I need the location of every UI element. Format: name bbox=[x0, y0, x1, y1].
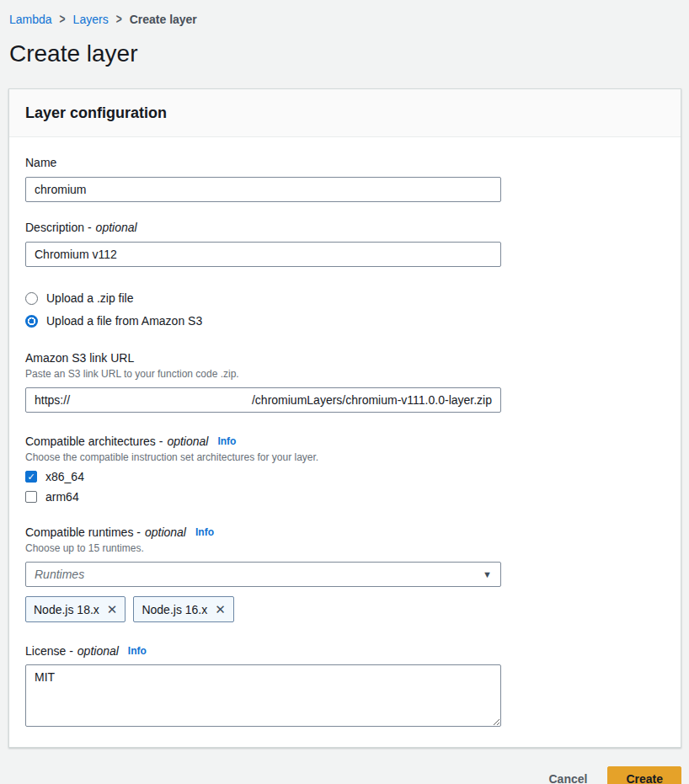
runtimes-label-text: Compatible runtimes - bbox=[25, 525, 141, 539]
form-actions: Cancel Create bbox=[8, 766, 681, 784]
s3-url-input[interactable]: https:// /chromiumLayers/chromium-v111.0… bbox=[25, 387, 501, 413]
s3-url-field-group: Amazon S3 link URL Paste an S3 link URL … bbox=[25, 351, 665, 413]
s3-url-label-text: Amazon S3 link URL bbox=[25, 351, 134, 365]
runtimes-field-group: Compatible runtimes -optional Info Choos… bbox=[25, 525, 665, 622]
breadcrumb-separator-icon: > bbox=[116, 12, 122, 28]
breadcrumb-separator-icon: > bbox=[60, 12, 66, 28]
description-label-text: Description - bbox=[25, 221, 92, 234]
create-button[interactable]: Create bbox=[607, 766, 681, 784]
chevron-down-icon: ▼ bbox=[483, 569, 492, 579]
name-input[interactable] bbox=[25, 177, 501, 202]
panel-header: Layer configuration bbox=[9, 89, 681, 137]
runtimes-select[interactable]: Runtimes ▼ bbox=[25, 562, 501, 587]
name-label-text: Name bbox=[25, 156, 56, 169]
checkbox-arm64[interactable]: arm64 bbox=[25, 490, 665, 504]
checkbox-x86-64-label: x86_64 bbox=[45, 470, 84, 483]
description-input[interactable] bbox=[25, 242, 501, 267]
license-field-group: License -optional Info MIT bbox=[25, 644, 665, 729]
architectures-optional-text: optional bbox=[167, 435, 208, 448]
architectures-label: Compatible architectures -optional Info bbox=[25, 435, 665, 448]
s3-url-label: Amazon S3 link URL bbox=[25, 351, 665, 365]
runtime-token-nodejs-18: Node.js 18.x ✕ bbox=[25, 596, 126, 622]
runtime-token-nodejs-16: Node.js 16.x ✕ bbox=[133, 596, 233, 622]
breadcrumb: Lambda > Layers > Create layer bbox=[0, 0, 689, 26]
description-optional-text: optional bbox=[96, 221, 137, 234]
radio-upload-s3[interactable]: Upload a file from Amazon S3 bbox=[25, 314, 665, 328]
runtimes-label: Compatible runtimes -optional Info bbox=[25, 525, 665, 539]
runtimes-info-link[interactable]: Info bbox=[195, 526, 214, 538]
breadcrumb-item-create-layer: Create layer bbox=[130, 13, 197, 26]
token-dismiss-icon[interactable]: ✕ bbox=[215, 603, 226, 616]
runtime-token-list: Node.js 18.x ✕ Node.js 16.x ✕ bbox=[25, 596, 665, 622]
radio-unselected-icon[interactable] bbox=[25, 292, 38, 305]
runtimes-helper-text: Choose up to 15 runtimes. bbox=[25, 542, 665, 554]
radio-upload-zip-label: Upload a .zip file bbox=[46, 291, 134, 305]
license-label: License -optional Info bbox=[25, 644, 665, 658]
panel-title: Layer configuration bbox=[25, 104, 665, 122]
architectures-field-group: Compatible architectures -optional Info … bbox=[25, 435, 665, 504]
s3-url-helper-text: Paste an S3 link URL to your function co… bbox=[25, 368, 665, 380]
checkbox-unchecked-icon[interactable] bbox=[25, 491, 37, 503]
name-label: Name bbox=[25, 156, 665, 169]
license-info-link[interactable]: Info bbox=[128, 645, 147, 657]
checkbox-x86-64[interactable]: ✓ x86_64 bbox=[25, 470, 665, 483]
upload-source-radio-group: Upload a .zip file Upload a file from Am… bbox=[25, 291, 665, 328]
runtimes-select-placeholder: Runtimes bbox=[35, 568, 84, 581]
radio-selected-icon[interactable] bbox=[25, 315, 38, 328]
runtime-token-label: Node.js 16.x bbox=[142, 603, 207, 616]
cancel-button[interactable]: Cancel bbox=[548, 772, 587, 784]
name-field-group: Name bbox=[25, 156, 665, 202]
layer-configuration-panel: Layer configuration Name Description -op… bbox=[8, 88, 681, 748]
panel-body: Name Description -optional Upload a .zip… bbox=[9, 137, 681, 747]
checkbox-checked-icon[interactable]: ✓ bbox=[25, 471, 37, 483]
license-textarea[interactable]: MIT bbox=[25, 664, 501, 727]
breadcrumb-item-lambda[interactable]: Lambda bbox=[9, 13, 52, 26]
architectures-helper-text: Choose the compatible instruction set ar… bbox=[25, 451, 665, 463]
radio-upload-s3-label: Upload a file from Amazon S3 bbox=[46, 314, 202, 328]
license-optional-text: optional bbox=[77, 644, 119, 658]
checkbox-arm64-label: arm64 bbox=[45, 490, 79, 504]
radio-upload-zip[interactable]: Upload a .zip file bbox=[25, 291, 665, 305]
description-field-group: Description -optional bbox=[25, 221, 665, 267]
breadcrumb-item-layers[interactable]: Layers bbox=[73, 13, 109, 26]
page-title: Create layer bbox=[9, 40, 689, 67]
s3-url-scheme-text: https:// bbox=[35, 393, 70, 407]
license-label-text: License - bbox=[25, 644, 73, 658]
runtime-token-label: Node.js 18.x bbox=[34, 603, 99, 616]
description-label: Description -optional bbox=[25, 221, 665, 234]
token-dismiss-icon[interactable]: ✕ bbox=[107, 603, 118, 616]
architectures-label-text: Compatible architectures - bbox=[25, 435, 163, 448]
runtimes-optional-text: optional bbox=[145, 525, 186, 539]
s3-url-path-text: /chromiumLayers/chromium-v111.0.0-layer.… bbox=[252, 393, 492, 407]
architectures-info-link[interactable]: Info bbox=[217, 435, 236, 447]
